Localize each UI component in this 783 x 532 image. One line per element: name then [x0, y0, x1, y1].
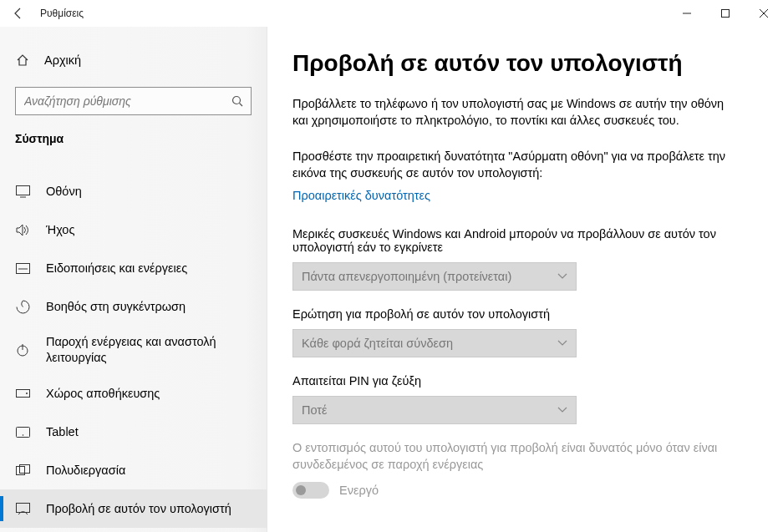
svg-point-2	[233, 96, 241, 104]
sidebar-item-power-sleep[interactable]: Παροχή ενέργειας και αναστολή λειτουργία…	[0, 326, 267, 374]
tablet-icon	[16, 427, 31, 438]
focus-assist-icon	[16, 300, 31, 314]
svg-line-3	[240, 103, 243, 106]
optional-features-link[interactable]: Προαιρετικές δυνατότητες	[292, 189, 430, 202]
sidebar-item-label: Ήχος	[46, 223, 74, 236]
sidebar-nav: Οθόνη Ήχος Ειδοποιήσεις και ενέργειες Βο…	[0, 172, 267, 528]
power-toggle[interactable]	[292, 482, 329, 499]
sidebar-item-label: Πολυδιεργασία	[46, 464, 125, 477]
sidebar-item-label: Βοηθός στη συγκέντρωση	[46, 300, 186, 313]
sidebar-item-label: Προβολή σε αυτόν τον υπολογιστή	[46, 502, 231, 515]
sidebar-item-label: Οθόνη	[46, 185, 82, 198]
chevron-down-icon	[557, 340, 567, 347]
sound-icon	[16, 224, 31, 236]
sidebar: Αρχική Σύστημα Οθόνη Ήχος	[0, 27, 267, 532]
search-input[interactable]	[24, 94, 231, 108]
sidebar-item-label: Ειδοποιήσεις και ενέργειες	[46, 261, 187, 275]
minimize-button[interactable]	[668, 0, 706, 27]
svg-rect-10	[17, 389, 30, 397]
sidebar-item-storage[interactable]: Χώρος αποθήκευσης	[0, 374, 267, 413]
maximize-button[interactable]	[706, 0, 745, 27]
sidebar-item-display[interactable]: Οθόνη	[0, 172, 267, 210]
back-button[interactable]	[0, 0, 37, 27]
dropdown3-label: Απαιτείται PIN για ζεύξη	[292, 374, 750, 388]
chevron-down-icon	[557, 273, 567, 280]
projecting-icon	[16, 503, 31, 515]
notifications-icon	[16, 262, 31, 275]
sidebar-item-label: Χώρος αποθήκευσης	[46, 387, 160, 400]
svg-rect-16	[17, 503, 30, 512]
storage-icon	[16, 389, 31, 398]
lead-text: Προβάλλετε το τηλέφωνο ή τον υπολογιστή …	[292, 95, 727, 129]
power-hint: Ο εντοπισμός αυτού του υπολογιστή για πρ…	[292, 439, 727, 474]
sidebar-item-projecting[interactable]: Προβολή σε αυτόν τον υπολογιστή	[0, 489, 267, 528]
sidebar-item-focus-assist[interactable]: Βοηθός στη συγκέντρωση	[0, 287, 267, 326]
sidebar-home-label: Αρχική	[44, 53, 81, 67]
titlebar: Ρυθμίσεις	[0, 0, 783, 27]
sidebar-item-label: Παροχή ενέργειας και αναστολή λειτουργία…	[46, 334, 238, 366]
svg-point-11	[26, 393, 28, 394]
multitasking-icon	[16, 464, 31, 476]
dropdown3-value: Ποτέ	[302, 403, 328, 417]
search-box[interactable]	[15, 87, 252, 115]
dropdown2[interactable]: Κάθε φορά ζητείται σύνδεση	[292, 329, 577, 357]
dropdown1[interactable]: Πάντα απενεργοποιημένη (προτείνεται)	[292, 262, 577, 291]
power-icon	[16, 343, 31, 357]
sub-text: Προσθέστε την προαιρετική δυνατότητα "Ασ…	[292, 148, 727, 182]
search-icon	[231, 95, 244, 108]
close-button[interactable]	[745, 0, 783, 27]
home-icon	[16, 53, 31, 67]
sidebar-item-sound[interactable]: Ήχος	[0, 210, 267, 249]
toggle-row: Ενεργό	[292, 482, 750, 499]
display-icon	[16, 185, 31, 198]
dropdown2-value: Κάθε φορά ζητείται σύνδεση	[302, 337, 453, 350]
sidebar-item-label: Tablet	[46, 425, 79, 438]
svg-point-13	[23, 434, 24, 436]
dropdown2-label: Ερώτηση για προβολή σε αυτόν τον υπολογι…	[292, 307, 750, 321]
toggle-label: Ενεργό	[339, 484, 379, 497]
content-pane: Προβολή σε αυτόν τον υπολογιστή Προβάλλε…	[267, 27, 783, 532]
dropdown1-value: Πάντα απενεργοποιημένη (προτείνεται)	[302, 270, 511, 283]
sidebar-home[interactable]: Αρχική	[0, 43, 267, 77]
page-title: Προβολή σε αυτόν τον υπολογιστή	[292, 50, 750, 77]
svg-rect-1	[722, 10, 730, 18]
chevron-down-icon	[557, 407, 567, 413]
sidebar-item-tablet[interactable]: Tablet	[0, 413, 267, 451]
dropdown1-label: Μερικές συσκευές Windows και Android μπο…	[292, 227, 750, 254]
svg-rect-4	[17, 185, 30, 195]
sidebar-section-label: Σύστημα	[0, 132, 267, 157]
window-controls	[668, 0, 783, 27]
window-title: Ρυθμίσεις	[37, 8, 84, 19]
sidebar-item-notifications[interactable]: Ειδοποιήσεις και ενέργειες	[0, 249, 267, 287]
dropdown3[interactable]: Ποτέ	[292, 396, 577, 424]
sidebar-item-multitasking[interactable]: Πολυδιεργασία	[0, 451, 267, 489]
